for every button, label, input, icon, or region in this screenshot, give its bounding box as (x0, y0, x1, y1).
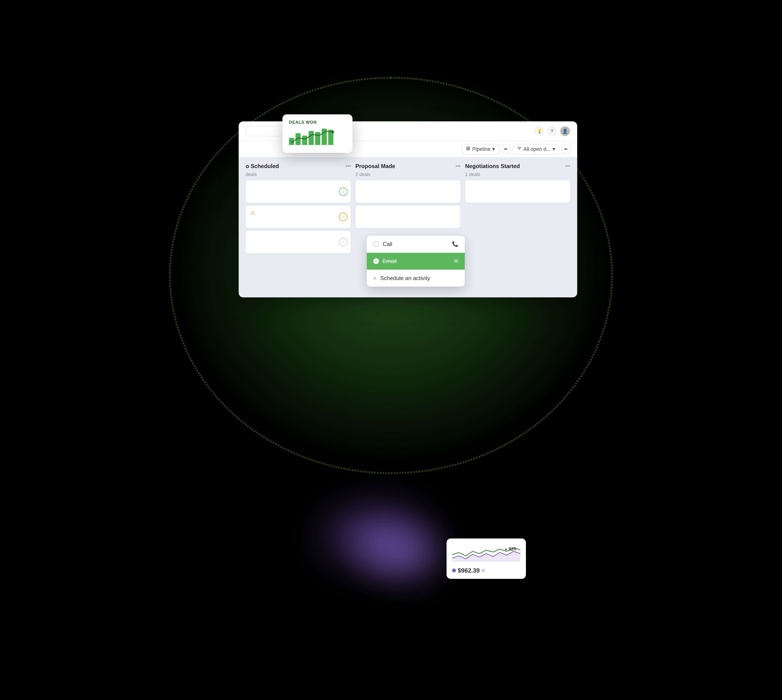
svg-marker-7 (452, 551, 520, 562)
deal-card-proposal-1[interactable] (355, 180, 460, 203)
deal-card-2[interactable]: ⚠ › (246, 206, 351, 228)
col-menu-proposal[interactable]: ••• (455, 163, 460, 169)
price-top-right: ▲ $25 (504, 547, 516, 552)
header-icons: 💡 ? 👤 (535, 126, 570, 136)
dropdown-item-email[interactable]: Email ✉ (367, 253, 465, 270)
filter-button[interactable]: All open d... ▾ (513, 144, 559, 154)
price-arrow-up-icon: ▲ (504, 547, 508, 551)
col-title-negotiations: Negotiations Started (465, 163, 520, 170)
call-label: Call (383, 241, 392, 247)
edit-icon-2: ✏ (564, 147, 568, 152)
help-icon: ? (551, 128, 553, 133)
item-left-email: Email (373, 258, 397, 265)
kanban-col-negotiations: Negotiations Started ••• 1 deals (465, 163, 570, 292)
item-left-schedule: + Schedule an activity (373, 275, 430, 282)
lamp-icon-btn[interactable]: 💡 (535, 127, 544, 136)
avatar-icon: 👤 (562, 128, 568, 134)
price-value: $962.39 (458, 567, 480, 574)
svg-marker-0 (332, 130, 335, 134)
col-deals-proposal: 2 deals (355, 172, 460, 177)
email-radio (373, 258, 379, 264)
deal-card-3[interactable]: › (246, 231, 351, 253)
kanban-col-scheduled: o Scheduled ••• deals › ⚠ › › (246, 163, 351, 292)
price-dot-purple (452, 568, 456, 572)
schedule-label: Schedule an activity (380, 275, 430, 282)
deal-card-3-content (250, 235, 346, 249)
deal-arrow-green: › (339, 187, 348, 196)
dropdown-item-call[interactable]: Call 📞 (367, 236, 465, 253)
svg-rect-1 (466, 147, 470, 148)
price-dot-light (482, 569, 485, 572)
avatar-button[interactable]: 👤 (560, 126, 570, 136)
filter-edit-button[interactable]: ✏ (562, 145, 570, 153)
deal-arrow-gray: › (339, 238, 348, 246)
purple-blob-right (344, 513, 461, 595)
deal-card-negotiations-1-content (470, 185, 565, 198)
deal-card-proposal-2-content (360, 210, 456, 224)
pipeline-chevron: ▾ (492, 146, 495, 152)
col-header-negotiations: Negotiations Started ••• (465, 163, 570, 170)
col-header-proposal: Proposal Made ••• (355, 163, 460, 170)
activity-dropdown: Call 📞 Email ✉ + Schedule an activity (367, 236, 465, 287)
col-title-proposal: Proposal Made (355, 163, 395, 170)
price-footer: $962.39 (452, 567, 520, 574)
help-icon-btn[interactable]: ? (547, 127, 557, 136)
deals-won-label: DEALS WON (289, 120, 346, 125)
edit-icon-1: ✏ (504, 147, 508, 152)
pipeline-label: Pipeline (472, 146, 490, 152)
pipeline-edit-button[interactable]: ✏ (502, 145, 510, 153)
price-chart-svg (452, 543, 520, 562)
dropdown-item-schedule[interactable]: + Schedule an activity (367, 270, 465, 287)
schedule-plus-icon: + (373, 275, 377, 282)
deal-card-1[interactable]: › (246, 180, 351, 203)
email-label: Email (383, 258, 397, 265)
deal-card-negotiations-1[interactable] (465, 180, 570, 203)
col-menu-negotiations[interactable]: ••• (565, 163, 570, 169)
price-top-value: $25 (509, 547, 516, 552)
col-header-scheduled: o Scheduled ••• (246, 163, 351, 170)
col-deals-scheduled: deals (246, 172, 351, 177)
price-chart-card: ▲ $25 $962.39 (447, 538, 526, 579)
deal-arrow-orange: › (339, 213, 348, 221)
warning-icon: ⚠ (250, 210, 255, 216)
svg-rect-2 (466, 148, 470, 149)
deal-card-1-content (250, 185, 346, 198)
pipeline-icon (466, 146, 470, 152)
filter-label: All open d... (524, 146, 550, 152)
trend-arrow-svg (289, 128, 346, 147)
pipeline-button[interactable]: Pipeline ▾ (462, 144, 499, 154)
call-radio (373, 242, 379, 247)
deal-card-proposal-2[interactable] (355, 206, 460, 228)
svg-rect-3 (466, 149, 470, 150)
deals-won-card: DEALS WON (282, 114, 352, 153)
deal-card-2-content: ⚠ (250, 210, 346, 224)
scene: DEALS WON + (134, 70, 648, 630)
item-left-call: Call (373, 241, 392, 247)
col-title-scheduled: o Scheduled (246, 163, 279, 170)
filter-chevron: ▾ (552, 146, 555, 152)
col-deals-negotiations: 1 deals (465, 172, 570, 177)
email-icon: ✉ (454, 258, 458, 264)
filter-icon (517, 146, 522, 152)
deal-card-proposal-1-content (360, 185, 456, 198)
lamp-icon: 💡 (537, 128, 542, 134)
col-menu-scheduled[interactable]: ••• (346, 163, 351, 169)
call-icon: 📞 (452, 241, 458, 247)
